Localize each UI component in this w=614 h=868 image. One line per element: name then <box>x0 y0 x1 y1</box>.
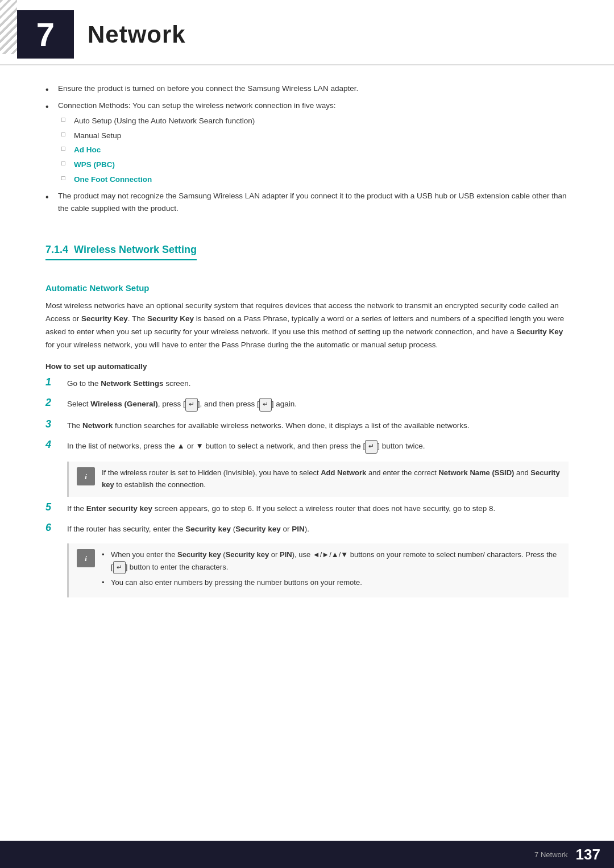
svg-text:i: i <box>85 472 87 481</box>
section-heading: 7.1.4 Wireless Network Setting <box>45 227 569 271</box>
note-text-2: When you enter the Security key (Securit… <box>102 549 561 592</box>
intro-paragraph: Most wireless networks have an optional … <box>45 300 569 352</box>
chapter-title: Network <box>88 21 186 48</box>
page-footer: 7 Network 137 <box>0 841 614 868</box>
header-stripes <box>0 0 17 54</box>
sub-bullet-ad-hoc: Ad Hoc <box>58 144 569 156</box>
note-text-1: If the wireless router is set to Hidden … <box>102 467 561 491</box>
key-enter-note: ↵ <box>113 561 126 574</box>
key-enter-1: ↵ <box>185 398 198 412</box>
chapter-number: 7 <box>17 10 74 59</box>
step-1: 1 Go to the Network Settings screen. <box>45 377 569 390</box>
sub-bullet-one-foot: One Foot Connection <box>58 173 569 186</box>
sub-bullet-auto-setup: Auto Setup (Using the Auto Network Searc… <box>58 115 569 127</box>
footer-label: 7 Network <box>534 850 568 859</box>
steps-list: 1 Go to the Network Settings screen. 2 S… <box>45 377 569 454</box>
subsection-heading: Automatic Network Setup <box>45 283 569 293</box>
note-box-1: i If the wireless router is set to Hidde… <box>67 462 569 497</box>
step-5: 5 If the Enter security key screen appea… <box>45 502 569 515</box>
step-3: 3 The Network function searches for avai… <box>45 420 569 432</box>
svg-text:i: i <box>85 554 87 563</box>
intro-bullets: Ensure the product is turned on before y… <box>45 82 569 214</box>
sub-bullet-manual-setup: Manual Setup <box>58 130 569 142</box>
bullet-3: The product may not recognize the Samsun… <box>45 190 569 214</box>
key-enter-2: ↵ <box>259 398 272 412</box>
step-2: 2 Select Wireless (General), press [↵], … <box>45 398 569 412</box>
steps-list-cont: 5 If the Enter security key screen appea… <box>45 502 569 536</box>
bullet-2: Connection Methods: You can setup the wi… <box>45 99 569 186</box>
note-box-2: i When you enter the Security key (Secur… <box>67 543 569 597</box>
step-4: 4 In the list of networks, press the ▲ o… <box>45 440 569 454</box>
main-content: Ensure the product is turned on before y… <box>0 65 614 620</box>
page-header: 7 Network <box>0 0 614 65</box>
note-bullet-2: You can also enter numbers by pressing t… <box>102 577 561 589</box>
sub-bullets: Auto Setup (Using the Auto Network Searc… <box>58 115 569 185</box>
step-6: 6 If the router has security, enter the … <box>45 523 569 535</box>
note-bullets-2: When you enter the Security key (Securit… <box>102 549 561 589</box>
footer-page: 137 <box>576 846 600 863</box>
note-icon-1: i <box>77 467 95 485</box>
how-to-label: How to set up automatically <box>45 362 569 371</box>
sub-bullet-wps: WPS (PBC) <box>58 159 569 171</box>
key-enter-3: ↵ <box>365 440 377 454</box>
note-bullet-1: When you enter the Security key (Securit… <box>102 549 561 574</box>
note-icon-2: i <box>77 549 95 567</box>
bullet-1: Ensure the product is turned on before y… <box>45 82 569 95</box>
